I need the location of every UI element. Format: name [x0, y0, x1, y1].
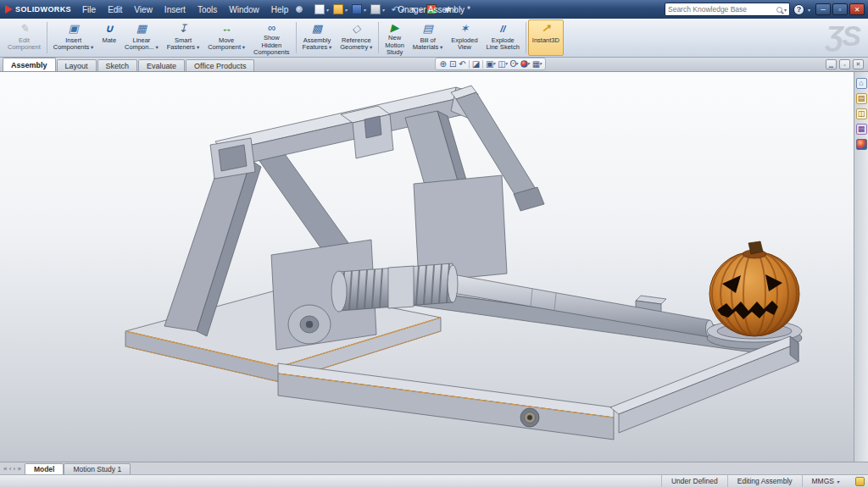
- zoom-to-fit-icon[interactable]: ⊕: [439, 60, 446, 69]
- task-pane-strip: [854, 72, 868, 462]
- printer-icon: [370, 4, 381, 14]
- ribbon-separator: [526, 22, 526, 53]
- constraint-status: Under Defined: [661, 475, 727, 487]
- help-button[interactable]: ?: [793, 4, 804, 15]
- menu-file[interactable]: File: [76, 3, 102, 16]
- units-selector[interactable]: MMGS▾: [802, 475, 849, 487]
- chevron-down-icon: ▾: [400, 7, 403, 13]
- edit-component-icon: [19, 22, 29, 36]
- close-button[interactable]: [849, 3, 865, 15]
- solidworks-logo-text: SOLIDWORKS: [15, 5, 71, 14]
- explode-line-sketch-button[interactable]: Explode Line Sketch: [482, 19, 524, 56]
- minimize-button[interactable]: [815, 3, 831, 15]
- tab-motion-study-1[interactable]: Motion Study 1: [64, 463, 131, 474]
- rebuild-button[interactable]: [425, 3, 438, 15]
- tab-assembly[interactable]: Assembly: [3, 58, 56, 71]
- pumpkin[interactable]: [709, 241, 799, 336]
- instant3d-icon: [541, 22, 550, 36]
- new-motion-study-button[interactable]: New Motion Study: [381, 19, 409, 56]
- help-dropdown-icon[interactable]: ▾: [808, 7, 810, 13]
- search-icon[interactable]: [776, 7, 782, 13]
- edit-appearance-icon[interactable]: ▾: [520, 60, 530, 68]
- command-manager-ribbon: Edit Component Insert Components Mate Li…: [0, 19, 868, 58]
- open-button[interactable]: ▾: [331, 3, 348, 15]
- previous-view-icon[interactable]: ↶: [459, 60, 465, 69]
- menu-edit[interactable]: Edit: [102, 3, 128, 16]
- onager-assembly-model[interactable]: [0, 72, 854, 462]
- move-component-button[interactable]: Move Component: [203, 19, 249, 56]
- heads-up-view-toolbar: ⊕ ⊡ ↶ ◪ ▣▾ ◫▾ ʘ▾ ▾ ▦▾: [435, 58, 546, 70]
- doc-restore-button[interactable]: ▫: [839, 59, 850, 69]
- exploded-view-button[interactable]: Exploded View: [447, 19, 481, 56]
- linear-pattern-icon: [136, 22, 147, 36]
- doc-close-button[interactable]: ✕: [853, 59, 864, 69]
- tab-scroll-controls[interactable]: « ‹ › »: [0, 462, 25, 474]
- tab-model[interactable]: Model: [25, 463, 64, 474]
- file-explorer-icon[interactable]: [856, 108, 867, 119]
- maximize-button[interactable]: [832, 3, 848, 15]
- solidworks-logo: SOLIDWORKS: [5, 5, 71, 14]
- chevron-down-icon: ▾: [363, 7, 365, 13]
- menu-tools[interactable]: Tools: [192, 3, 223, 16]
- appearances-icon[interactable]: [856, 139, 867, 150]
- linear-component-pattern-button[interactable]: Linear Compon...: [120, 19, 163, 56]
- status-bar: Under Defined Editing Assembly MMGS▾: [0, 474, 868, 487]
- print-button[interactable]: ▾: [369, 3, 386, 15]
- tab-layout[interactable]: Layout: [57, 59, 97, 71]
- chevron-down-icon: ▾: [419, 7, 421, 13]
- mate-button[interactable]: Mate: [97, 19, 120, 56]
- document-window-controls: ▁ ▫ ✕: [826, 59, 864, 69]
- tab-office-products[interactable]: Office Products: [186, 59, 254, 71]
- viewport-3d[interactable]: [0, 72, 868, 462]
- new-document-icon: [314, 4, 325, 14]
- explode-line-sketch-icon: [500, 22, 505, 36]
- tab-sketch[interactable]: Sketch: [97, 59, 138, 71]
- rebuild-icon: [426, 4, 437, 14]
- options-button[interactable]: ▾: [440, 3, 457, 15]
- pin-menu-icon[interactable]: [296, 6, 303, 13]
- display-style-icon[interactable]: ◫▾: [498, 60, 507, 69]
- solidworks-resources-icon[interactable]: [856, 78, 867, 89]
- search-dropdown-icon[interactable]: ▾: [784, 7, 787, 13]
- ribbon-separator: [378, 22, 379, 53]
- view-palette-icon[interactable]: [856, 124, 867, 135]
- menu-view[interactable]: View: [128, 3, 159, 16]
- reference-geometry-icon: [352, 22, 360, 36]
- save-button[interactable]: ▾: [350, 3, 367, 15]
- quick-access-toolbar: ▾ ▾ ▾ ▾ ▾ ▾ ▾: [313, 3, 457, 15]
- smart-fasteners-button[interactable]: Smart Fasteners: [163, 19, 203, 56]
- assembly-features-button[interactable]: Assembly Features: [298, 19, 337, 56]
- open-folder-icon: [333, 4, 343, 14]
- ribbon-separator: [296, 22, 297, 53]
- doc-minimize-button[interactable]: ▁: [826, 59, 837, 69]
- undo-button[interactable]: ▾: [387, 3, 404, 15]
- zoom-to-area-icon[interactable]: ⊡: [449, 60, 456, 69]
- select-button[interactable]: ▾: [406, 3, 423, 15]
- chevron-down-icon: ▾: [837, 479, 839, 484]
- toolbar-separator: [482, 60, 483, 69]
- edit-component-button[interactable]: Edit Component: [3, 19, 45, 56]
- search-input[interactable]: [668, 5, 775, 14]
- cursor-icon: [408, 4, 418, 14]
- catapult-frame[interactable]: [125, 86, 795, 382]
- view-orientation-icon[interactable]: ▣▾: [486, 60, 495, 69]
- solidworks-logo-icon: [5, 5, 13, 14]
- section-view-icon[interactable]: ◪: [472, 60, 480, 69]
- show-hidden-components-button[interactable]: Show Hidden Components: [249, 19, 294, 56]
- reference-geometry-button[interactable]: Reference Geometry: [336, 19, 376, 56]
- quick-tips-icon[interactable]: [855, 477, 865, 486]
- search-box: ▾: [665, 3, 790, 16]
- title-bar: SOLIDWORKS File Edit View Insert Tools W…: [0, 0, 868, 19]
- instant3d-button[interactable]: Instant3D: [528, 19, 564, 56]
- insert-components-button[interactable]: Insert Components: [49, 19, 98, 56]
- hide-show-items-icon[interactable]: ʘ▾: [510, 60, 519, 69]
- menu-insert[interactable]: Insert: [159, 3, 192, 16]
- bill-of-materials-button[interactable]: Bill of Materials: [409, 19, 448, 56]
- design-library-icon[interactable]: [856, 93, 867, 104]
- apply-scene-icon[interactable]: ▦▾: [532, 60, 542, 69]
- new-document-button[interactable]: ▾: [313, 3, 330, 15]
- menu-window[interactable]: Window: [223, 3, 265, 16]
- tab-evaluate[interactable]: Evaluate: [138, 59, 185, 71]
- solidworks-window: SOLIDWORKS File Edit View Insert Tools W…: [0, 0, 868, 487]
- menu-help[interactable]: Help: [265, 3, 295, 16]
